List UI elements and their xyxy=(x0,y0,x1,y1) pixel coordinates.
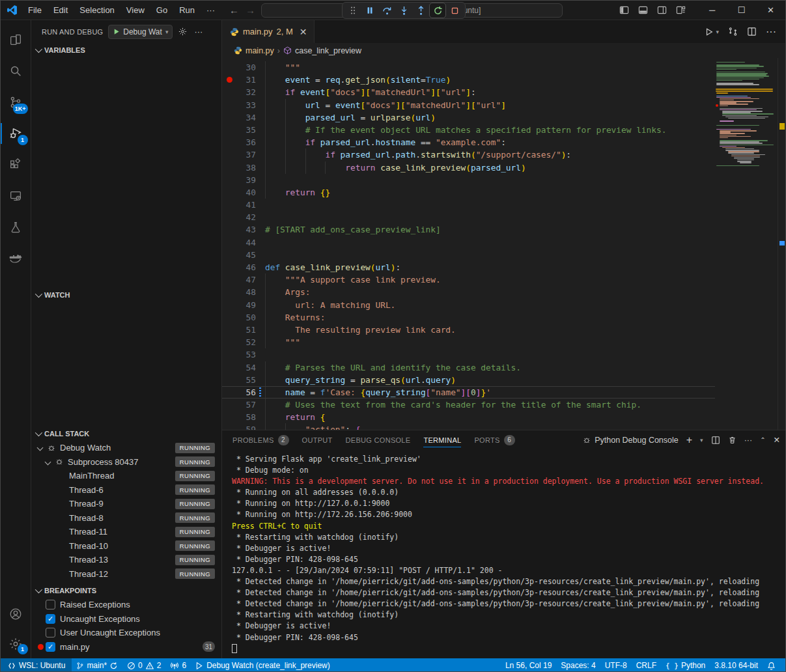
code-line-49[interactable]: 49 url: A matching URL. xyxy=(222,299,715,311)
breakpoint-row[interactable]: ✓main.py31 xyxy=(31,640,221,654)
terminal-instance-label[interactable]: Python Debug Console xyxy=(582,436,679,445)
panel-tab-debug-console[interactable]: DEBUG CONSOLE xyxy=(346,430,411,449)
explorer-icon[interactable] xyxy=(1,24,31,55)
callstack-row[interactable]: Debug WatchRUNNING xyxy=(31,441,221,455)
menu-run[interactable]: Run xyxy=(174,3,200,17)
line-number[interactable]: 44 xyxy=(236,236,256,249)
line-number[interactable]: 45 xyxy=(236,249,256,261)
pause-button[interactable] xyxy=(362,3,378,18)
breakpoint-gutter[interactable] xyxy=(222,236,236,249)
line-number[interactable]: 57 xyxy=(236,399,256,411)
back-arrow-icon[interactable]: ← xyxy=(229,5,239,16)
breakpoint-gutter[interactable] xyxy=(222,286,236,298)
line-number[interactable]: 37 xyxy=(236,148,256,161)
code-line-37[interactable]: 37 if parsed_url.path.startswith("/suppo… xyxy=(222,148,715,161)
breakpoint-gutter[interactable] xyxy=(222,148,236,161)
run-and-debug-icon[interactable]: 1 xyxy=(1,118,31,149)
editor-more-actions-icon[interactable]: ··· xyxy=(766,26,776,38)
callstack-row[interactable]: Thread-10RUNNING xyxy=(31,539,221,553)
callstack-row[interactable]: Thread-12RUNNING xyxy=(31,567,221,581)
step-over-button[interactable] xyxy=(379,3,395,18)
breakpoint-gutter[interactable] xyxy=(222,86,236,98)
menu-view[interactable]: View xyxy=(121,3,150,17)
callstack-row[interactable]: Thread-8RUNNING xyxy=(31,511,221,525)
maximize-button[interactable]: ☐ xyxy=(727,1,756,20)
code-line-48[interactable]: 48 Args: xyxy=(222,286,715,298)
breakpoint-gutter[interactable] xyxy=(222,399,236,411)
menu-selection[interactable]: Selection xyxy=(74,3,119,17)
breakpoint-gutter[interactable] xyxy=(222,374,236,386)
callstack-row[interactable]: Thread-11RUNNING xyxy=(31,525,221,539)
breakpoint-gutter[interactable] xyxy=(222,186,236,199)
stop-button[interactable] xyxy=(447,3,462,18)
line-number[interactable]: 39 xyxy=(236,174,256,186)
breakpoint-row[interactable]: User Uncaught Exceptions xyxy=(31,626,221,640)
line-number[interactable]: 55 xyxy=(236,374,256,386)
call-stack-section-header[interactable]: CALL STACK xyxy=(31,427,221,441)
breadcrumbs[interactable]: main.py › case_link_preview xyxy=(222,43,785,58)
breakpoint-row[interactable]: Raised Exceptions xyxy=(31,598,221,612)
line-number[interactable]: 47 xyxy=(236,273,256,286)
close-panel-icon[interactable]: ✕ xyxy=(774,435,780,445)
breakpoint-gutter[interactable] xyxy=(222,61,236,74)
code-line-41[interactable]: 41 xyxy=(222,199,715,211)
line-number[interactable]: 40 xyxy=(236,186,256,199)
breakpoint-gutter[interactable] xyxy=(222,348,236,361)
code-line-33[interactable]: 33 url = event["docs"]["matchedUrl"]["ur… xyxy=(222,99,715,111)
step-out-button[interactable] xyxy=(413,3,428,18)
panel-tab-terminal[interactable]: TERMINAL xyxy=(423,430,461,449)
code-line-44[interactable]: 44 xyxy=(222,236,715,249)
line-number[interactable]: 34 xyxy=(236,111,256,124)
close-button[interactable]: ✕ xyxy=(756,1,785,20)
callstack-row[interactable]: Thread-9RUNNING xyxy=(31,497,221,511)
kill-terminal-icon[interactable] xyxy=(728,436,737,445)
breadcrumb-file[interactable]: main.py xyxy=(246,46,274,55)
run-python-file-button[interactable]: ▾ xyxy=(705,27,719,36)
minimize-button[interactable]: ─ xyxy=(697,1,727,20)
terminal-dropdown-icon[interactable]: ▾ xyxy=(700,437,703,443)
code-line-54[interactable]: 54 # Parses the URL and identify the cas… xyxy=(222,361,715,374)
breakpoint-gutter[interactable] xyxy=(222,311,236,324)
extensions-icon[interactable] xyxy=(1,149,31,180)
step-into-button[interactable] xyxy=(396,3,412,18)
panel-tab-problems[interactable]: PROBLEMS2 xyxy=(232,430,289,449)
sidebar-more-actions-icon[interactable]: ··· xyxy=(194,27,203,36)
line-number[interactable]: 59 xyxy=(236,423,256,430)
breakpoint-gutter[interactable] xyxy=(222,336,236,348)
split-editor-icon[interactable] xyxy=(747,27,757,36)
line-number[interactable]: 35 xyxy=(236,124,256,136)
terminal-output[interactable]: * Serving Flask app 'create_link_preview… xyxy=(222,449,785,658)
status-bell[interactable] xyxy=(763,658,780,672)
code-line-46[interactable]: 46def case_link_preview(url): xyxy=(222,261,715,273)
line-number[interactable]: 36 xyxy=(236,136,256,148)
debug-settings-gear-icon[interactable] xyxy=(178,27,188,36)
minimap[interactable] xyxy=(715,58,778,430)
status-6[interactable]: 6 xyxy=(165,658,191,672)
code-line-42[interactable]: 42 xyxy=(222,211,715,223)
code-line-56[interactable]: 56 name = f'Case: {query_string["name"][… xyxy=(222,386,715,399)
menu-[interactable]: ··· xyxy=(201,3,220,17)
toggle-sidebar-icon[interactable] xyxy=(619,5,629,15)
code-line-40[interactable]: 40 return {} xyxy=(222,186,715,199)
restart-button[interactable] xyxy=(430,3,445,18)
menu-go[interactable]: Go xyxy=(151,3,173,17)
breakpoint-gutter[interactable] xyxy=(222,411,236,423)
code-line-52[interactable]: 52 """ xyxy=(222,336,715,348)
line-number[interactable]: 30 xyxy=(236,61,256,74)
status-3-8-10-64-bit[interactable]: 3.8.10 64-bit xyxy=(710,658,763,672)
code-line-50[interactable]: 50 Returns: xyxy=(222,311,715,324)
code-line-57[interactable]: 57 # Uses the text from the card's heade… xyxy=(222,399,715,411)
variables-section-header[interactable]: VARIABLES xyxy=(31,43,221,57)
remote-explorer-icon[interactable] xyxy=(1,180,31,212)
breakpoint-gutter[interactable] xyxy=(222,249,236,261)
line-number[interactable]: 32 xyxy=(236,86,256,98)
docker-icon[interactable] xyxy=(1,243,31,274)
maximize-panel-icon[interactable]: ⌃ xyxy=(760,436,765,443)
breakpoint-gutter[interactable] xyxy=(222,99,236,111)
panel-more-actions-icon[interactable]: ··· xyxy=(744,436,753,445)
breakpoint-gutter[interactable] xyxy=(222,124,236,136)
breakpoint-gutter[interactable] xyxy=(222,161,236,174)
panel-tab-ports[interactable]: PORTS6 xyxy=(474,430,514,449)
drag-grip-icon[interactable] xyxy=(345,3,361,18)
line-number[interactable]: 58 xyxy=(236,411,256,423)
